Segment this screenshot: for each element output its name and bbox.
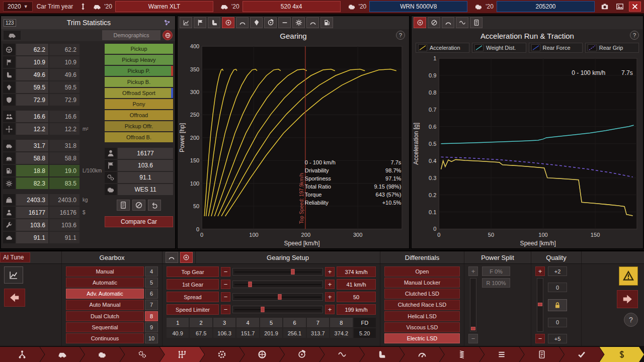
gearbox-type-dual-clutch[interactable]: Dual Clutch [66, 311, 144, 321]
differential-clutched-lsd[interactable]: Clutched LSD [384, 289, 460, 299]
differential-electric-lsd[interactable]: Electric LSD [384, 333, 460, 343]
tab-brakes[interactable] [280, 347, 324, 362]
tab-trim-details[interactable] [479, 347, 524, 362]
gearbox-type-auto-manual[interactable]: Auto Manual [66, 300, 144, 310]
tab-transmission[interactable] [160, 347, 204, 362]
1st-gear-handle[interactable] [248, 282, 252, 287]
oscillation-tool[interactable] [456, 17, 468, 28]
help-button[interactable]: ? [624, 313, 638, 327]
demographic-pickup-offr[interactable]: Pickup Offr. [105, 121, 173, 131]
legend-acceleration[interactable]: Acceleration [416, 43, 469, 53]
economy-tool[interactable] [320, 17, 333, 28]
demographic-pickup-b[interactable]: Pickup B. [105, 77, 173, 87]
power-split-plus-button[interactable]: + [468, 266, 478, 276]
power-graph-tool[interactable] [180, 17, 192, 28]
stats-badge[interactable]: 123 [4, 19, 16, 27]
gear-count-5[interactable]: 5 [145, 278, 158, 288]
differential-manual-locker[interactable]: Manual Locker [384, 278, 460, 288]
tab-engine-swap[interactable] [80, 347, 124, 362]
gearing-tool[interactable] [222, 17, 234, 28]
quality-handle[interactable] [538, 303, 542, 306]
tab-test-results[interactable] [559, 347, 604, 362]
vehicle-slot-name-wrn-5000v8[interactable]: WRN 5000V8 [369, 1, 467, 12]
braking-tool[interactable] [264, 17, 277, 28]
differential-clutched-race-lsd[interactable]: Clutched Race LSD [384, 300, 460, 310]
top-gear-slider[interactable] [232, 268, 323, 276]
tab-driver-assists[interactable] [399, 347, 444, 362]
speed-limiter-minus-button[interactable]: − [221, 305, 230, 314]
top-gear-handle[interactable] [291, 269, 295, 275]
power-split-minus-button[interactable]: − [468, 334, 478, 343]
legend-rear-grip[interactable]: Rear Grip [585, 43, 639, 53]
quality-minus-button[interactable]: − [535, 334, 545, 343]
demographic-offroad-sport[interactable]: Offroad Sport [105, 88, 173, 98]
1st-gear-slider[interactable] [232, 281, 323, 288]
gearing-help-button[interactable]: ? [396, 31, 405, 40]
vehicle-slot-name-205200[interactable]: 205200 [497, 1, 595, 12]
demographic-offroad[interactable]: Offroad [105, 110, 173, 120]
notes-button[interactable] [117, 200, 130, 211]
comfort-tool[interactable] [208, 17, 220, 28]
gearbox-type-continuous[interactable]: Continuous [66, 333, 144, 343]
top-gear-minus-button[interactable]: − [221, 267, 230, 277]
report-tool[interactable] [470, 17, 482, 28]
torque-tool[interactable] [236, 17, 249, 28]
demographic-pickup-p[interactable]: Pickup P. [105, 66, 173, 76]
tab-summary[interactable] [520, 347, 564, 362]
compare-car-button[interactable]: Compare Car [105, 216, 173, 227]
demographics-settings-button[interactable] [162, 18, 173, 28]
discard-button[interactable] [132, 200, 145, 211]
trim-year-select[interactable]: 2020 ▼ [3, 2, 33, 12]
gearbox-type-manual[interactable]: Manual [66, 266, 144, 277]
tab-interior[interactable] [360, 347, 404, 362]
settings-tool[interactable] [292, 17, 305, 28]
tab-wheels[interactable] [240, 347, 284, 362]
legend-weight-dist[interactable]: Weight Dist. [472, 43, 526, 53]
acceleration-help-button[interactable]: ? [630, 31, 639, 40]
quality-slider[interactable] [537, 278, 543, 332]
demographic-pony[interactable]: Pony [105, 99, 173, 109]
legend-rear-force[interactable]: Rear Force [529, 43, 583, 53]
gear-count-6[interactable]: 6 [145, 289, 158, 299]
next-tab-button[interactable] [617, 290, 638, 308]
tab-clutch[interactable] [200, 347, 244, 362]
tab-gearbox[interactable] [120, 347, 164, 362]
demographic-offroad-b[interactable]: Offroad B. [105, 132, 173, 142]
demographic-pickup[interactable]: Pickup [105, 44, 173, 54]
spread-slider[interactable] [232, 293, 323, 301]
gearbox-type-adv-automatic[interactable]: Adv. Automatic [66, 289, 144, 299]
gear-count-9[interactable]: 9 [145, 322, 158, 332]
photo-mode-button[interactable] [614, 2, 626, 12]
1st-gear-minus-button[interactable]: − [221, 280, 230, 289]
power-split-slider[interactable] [470, 278, 476, 332]
vehicle-slot-name-520-4x4[interactable]: 520 4x4 [243, 1, 341, 12]
tab-suspension[interactable] [440, 347, 484, 362]
gear-count-4[interactable]: 4 [145, 266, 158, 277]
differential-viscous-lsd[interactable]: Viscous LSD [384, 322, 460, 332]
gear-count-10[interactable]: 10 [145, 333, 158, 343]
spread-minus-button[interactable]: − [221, 292, 230, 302]
tab-drivetrain-layout[interactable] [0, 347, 44, 362]
tab-car-body[interactable] [40, 347, 84, 362]
1st-gear-plus-button[interactable]: + [325, 280, 335, 289]
graph-toggle-button[interactable] [4, 266, 23, 284]
screenshot-button[interactable] [599, 2, 611, 12]
traction-tool[interactable] [414, 17, 426, 28]
quality-plus-button[interactable]: + [535, 266, 545, 276]
undo-button[interactable] [148, 200, 161, 211]
gear-count-7[interactable]: 7 [145, 300, 158, 310]
vehicle-slot-name-warren-xlt[interactable]: Warren XLT [115, 1, 213, 12]
globe-button[interactable] [163, 30, 173, 40]
divider-tool[interactable] [278, 17, 291, 28]
prev-tab-button[interactable] [4, 289, 25, 307]
speed-limiter-plus-button[interactable]: + [325, 305, 335, 314]
gearbox-type-sequential[interactable]: Sequential [66, 322, 144, 332]
gearing-wheel-tab[interactable] [180, 252, 193, 263]
demographic-pickup-heavy[interactable]: Pickup Heavy [105, 55, 173, 65]
spread-plus-button[interactable]: + [325, 292, 335, 302]
gearing-graph-tab[interactable] [166, 252, 178, 263]
power-split-handle[interactable] [471, 327, 475, 330]
top-gear-plus-button[interactable]: + [325, 267, 335, 277]
speed-limiter-handle[interactable] [261, 307, 264, 312]
differential-helical-lsd[interactable]: Helical LSD [384, 311, 460, 321]
